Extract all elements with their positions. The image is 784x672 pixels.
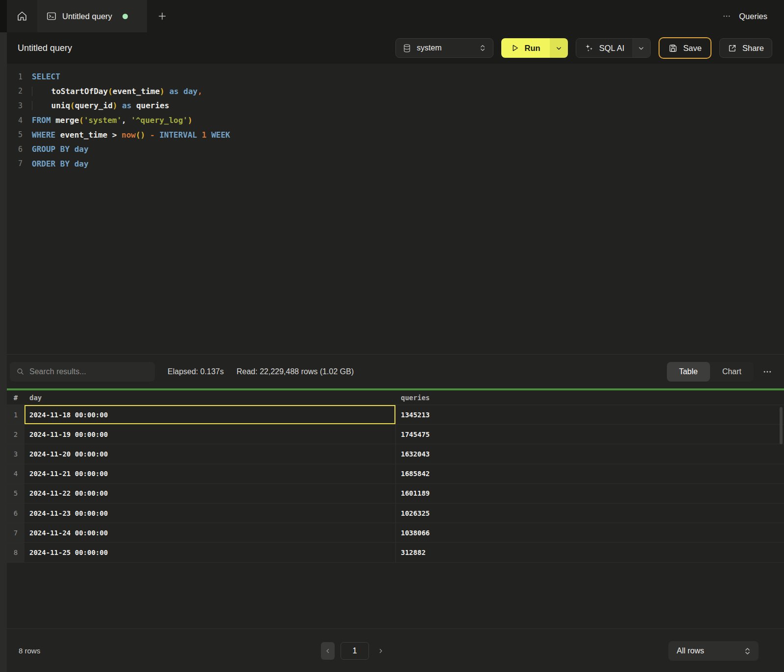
previous-page-button[interactable] (321, 642, 335, 660)
run-button[interactable]: Run (501, 38, 550, 58)
next-page-button[interactable] (374, 642, 388, 660)
results-table: # day queries 12024-11-18 00:00:00134521… (7, 390, 784, 563)
day-cell[interactable]: 2024-11-20 00:00:00 (24, 444, 396, 463)
query-toolbar: Untitled query system (0, 32, 784, 64)
sql-token-plain (117, 130, 122, 140)
sql-token-str: '^query_log' (131, 116, 188, 125)
code-line[interactable]: 2 toStartOfDay(event_time) as day, (7, 84, 784, 99)
sql-token-plain (55, 130, 60, 140)
save-button[interactable]: Save (659, 37, 711, 59)
day-cell[interactable]: 2024-11-18 00:00:00 (24, 405, 396, 424)
run-options-button[interactable] (550, 38, 568, 58)
sql-token-plain (131, 101, 136, 110)
share-icon (728, 44, 737, 53)
sql-token-kw: GROUP BY (32, 144, 70, 154)
code-line[interactable]: 3 uniq(query_id) as queries (7, 98, 784, 113)
code-text: toStartOfDay(event_time) as day, (32, 87, 202, 96)
page-size-select[interactable]: All rows (668, 641, 759, 661)
sql-editor[interactable]: 1SELECT2 toStartOfDay(event_time) as day… (0, 64, 784, 354)
tab-bar-right: Queries (722, 0, 784, 32)
page-size-value: All rows (677, 647, 743, 655)
sql-token-kw: as (122, 101, 131, 110)
left-rail (0, 32, 7, 672)
share-button[interactable]: Share (719, 38, 772, 58)
column-header-day[interactable]: day (24, 394, 396, 402)
sql-token-kw: INTERVAL (159, 130, 197, 140)
day-cell[interactable]: 2024-11-25 00:00:00 (24, 543, 396, 562)
sql-token-kw: as (169, 87, 178, 96)
table-row: 12024-11-18 00:00:001345213 (7, 405, 784, 425)
chevron-down-icon (637, 45, 645, 52)
sql-token-plain (197, 130, 202, 140)
day-cell[interactable]: 2024-11-19 00:00:00 (24, 425, 396, 444)
new-tab-button[interactable] (147, 0, 177, 32)
code-text: FROM merge('system', '^query_log') (32, 116, 193, 125)
sql-token-guide (32, 101, 51, 110)
queries-cell[interactable]: 1026325 (396, 504, 784, 523)
code-text: uniq(query_id) as queries (32, 101, 169, 110)
read-stat: Read: 22,229,488 rows (1.02 GB) (237, 367, 354, 376)
day-cell[interactable]: 2024-11-22 00:00:00 (24, 484, 396, 503)
run-button-label: Run (525, 44, 540, 53)
queries-cell[interactable]: 1038066 (396, 523, 784, 542)
pagination: 1 (321, 642, 388, 660)
results-toolbar: Elapsed: 0.137s Read: 22,229,488 rows (1… (0, 354, 784, 388)
tab-chart-view[interactable]: Chart (710, 362, 754, 382)
sql-ai-button[interactable]: SQL AI (576, 39, 633, 57)
code-line[interactable]: 4FROM merge('system', '^query_log') (7, 113, 784, 128)
results-more-options-icon[interactable] (762, 367, 772, 377)
vertical-scrollbar-thumb[interactable] (780, 407, 783, 444)
search-results-input[interactable] (29, 367, 148, 376)
table-row: 52024-11-22 00:00:001601189 (7, 484, 784, 504)
chevron-updown-icon (479, 44, 487, 52)
code-line[interactable]: 1SELECT (7, 70, 784, 84)
results-empty-area (7, 563, 784, 628)
sql-token-br: ( (70, 101, 75, 110)
sql-token-id: event_time (60, 130, 107, 140)
column-header-queries[interactable]: queries (396, 394, 784, 402)
code-line[interactable]: 5WHERE event_time > now() - INTERVAL 1 W… (7, 127, 784, 142)
row-count-label: 8 rows (19, 647, 40, 655)
tab-table-view[interactable]: Table (667, 362, 710, 382)
day-cell[interactable]: 2024-11-24 00:00:00 (24, 523, 396, 542)
sql-token-plain (165, 87, 170, 96)
queries-cell[interactable]: 1345213 (396, 405, 784, 424)
sql-token-br: ( (79, 116, 84, 125)
day-cell[interactable]: 2024-11-23 00:00:00 (24, 504, 396, 523)
line-number: 6 (7, 145, 23, 154)
sql-ai-options-button[interactable] (632, 39, 650, 57)
current-page-button[interactable]: 1 (341, 642, 369, 660)
queries-link[interactable]: Queries (739, 12, 767, 21)
line-number: 2 (7, 87, 23, 96)
queries-cell[interactable]: 312882 (396, 543, 784, 562)
sql-token-kw: day (74, 144, 89, 154)
chevron-updown-icon (743, 647, 752, 655)
sql-token-fn: merge (55, 116, 79, 125)
results-toolbar-right: Table Chart (667, 362, 772, 382)
queries-cell[interactable]: 1745475 (396, 425, 784, 444)
day-cell[interactable]: 2024-11-21 00:00:00 (24, 464, 396, 483)
tab-bar: Untitled query Queries (0, 0, 784, 32)
chevron-left-icon (324, 648, 331, 654)
code-line[interactable]: 6GROUP BY day (7, 142, 784, 157)
code-text: ORDER BY day (32, 159, 89, 168)
queries-cell[interactable]: 1632043 (396, 444, 784, 463)
terminal-icon (46, 11, 57, 22)
code-line[interactable]: 7ORDER BY day (7, 157, 784, 171)
home-button[interactable] (7, 0, 37, 32)
run-button-group: Run (501, 38, 568, 58)
queries-cell[interactable]: 1685842 (396, 464, 784, 483)
table-row: 22024-11-19 00:00:001745475 (7, 425, 784, 444)
sql-token-plain (207, 130, 212, 140)
sql-token-num: now (122, 130, 136, 140)
sql-token-str: 'system' (84, 116, 122, 125)
table-row: 62024-11-23 00:00:001026325 (7, 504, 784, 523)
sql-token-kw: day (74, 159, 89, 168)
database-select-value: system (417, 44, 473, 52)
sql-token-br: ( (108, 87, 113, 96)
more-options-icon[interactable] (722, 12, 731, 21)
queries-cell[interactable]: 1601189 (396, 484, 784, 503)
tab-untitled-query[interactable]: Untitled query (37, 0, 147, 32)
database-select[interactable]: system (395, 38, 493, 58)
sql-token-plain (70, 159, 74, 168)
